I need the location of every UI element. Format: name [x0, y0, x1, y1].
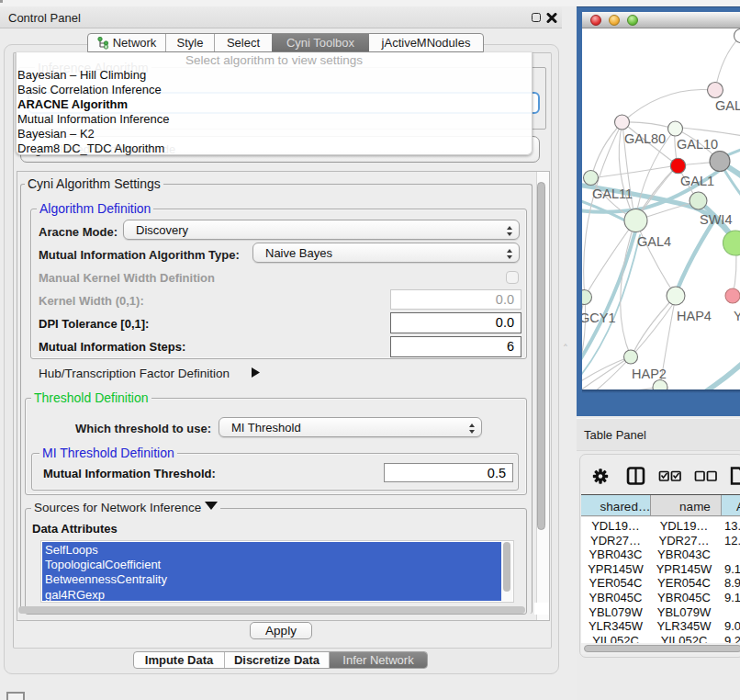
svg-text:GAL11: GAL11: [592, 186, 633, 201]
svg-text:GAL4: GAL4: [637, 234, 671, 249]
svg-text:HAP4: HAP4: [677, 309, 712, 323]
svg-text:GAL7: GAL7: [715, 98, 740, 113]
svg-text:GCY1: GCY1: [582, 310, 616, 325]
svg-text:GAL80: GAL80: [624, 131, 666, 146]
svg-text:SWI4: SWI4: [700, 212, 732, 227]
svg-text:GAL10: GAL10: [677, 137, 718, 152]
svg-text:Y: Y: [734, 309, 740, 323]
svg-text:HAP2: HAP2: [632, 367, 667, 381]
svg-text:GAL1: GAL1: [680, 174, 714, 188]
